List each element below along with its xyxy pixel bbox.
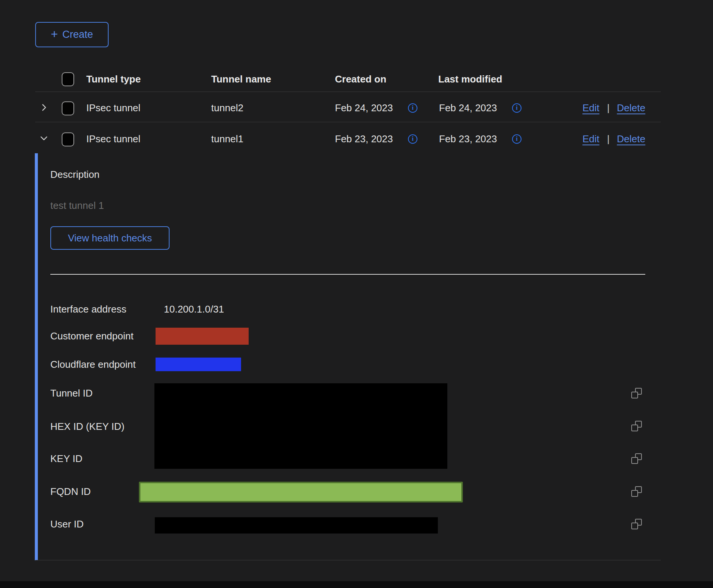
interface-address-value: 10.200.1.0/31	[164, 303, 224, 315]
view-health-checks-button[interactable]: View health checks	[50, 226, 170, 250]
copy-icon[interactable]	[631, 486, 642, 497]
created-on-cell: Feb 24, 2023	[335, 102, 393, 114]
header-divider	[35, 92, 661, 92]
action-separator: |	[607, 102, 610, 114]
tunnels-page: + Create Tunnel type Tunnel name Created…	[0, 0, 713, 588]
cloudflare-endpoint-label: Cloudflare endpoint	[50, 358, 136, 370]
create-button-label: Create	[62, 29, 93, 40]
column-header-created-on: Created on	[335, 73, 386, 85]
chevron-down-icon[interactable]	[39, 133, 49, 143]
tunnel-name-cell: tunnel2	[211, 102, 243, 114]
tunnel-type-cell: IPsec tunnel	[86, 102, 140, 114]
create-button[interactable]: + Create	[35, 22, 109, 47]
row-divider	[35, 122, 661, 122]
tunnel-type-cell: IPsec tunnel	[86, 133, 140, 145]
delete-link[interactable]: Delete	[617, 102, 645, 114]
select-all-checkbox[interactable]	[62, 72, 74, 86]
customer-endpoint-label: Customer endpoint	[50, 330, 134, 342]
column-header-tunnel-name: Tunnel name	[211, 73, 271, 85]
tunnel-id-label: Tunnel ID	[50, 387, 93, 399]
view-health-checks-label: View health checks	[68, 232, 152, 244]
row-checkbox[interactable]	[62, 132, 74, 146]
tunnel-name-cell: tunnel1	[211, 133, 243, 145]
copy-icon[interactable]	[631, 421, 642, 431]
last-modified-cell: Feb 24, 2023	[439, 102, 497, 114]
cloudflare-endpoint-value-redacted	[156, 358, 241, 371]
ids-value-redacted	[154, 383, 447, 469]
user-id-value-redacted	[155, 517, 438, 534]
key-id-label: KEY ID	[50, 453, 83, 465]
column-header-last-modified: Last modified	[438, 73, 502, 85]
panel-bottom-divider	[35, 560, 661, 560]
last-modified-info-icon[interactable]: i	[512, 134, 522, 144]
copy-icon[interactable]	[631, 388, 642, 398]
row-checkbox[interactable]	[62, 101, 74, 115]
customer-endpoint-value-redacted	[156, 328, 249, 345]
last-modified-info-icon[interactable]: i	[512, 103, 522, 113]
plus-icon: +	[51, 29, 58, 39]
description-label: Description	[50, 168, 100, 180]
created-on-info-icon[interactable]: i	[408, 103, 417, 113]
panel-divider	[50, 274, 645, 275]
description-value: test tunnel 1	[50, 199, 104, 212]
edit-link[interactable]: Edit	[582, 102, 599, 114]
user-id-label: User ID	[50, 518, 84, 530]
column-header-tunnel-type: Tunnel type	[86, 73, 141, 85]
fqdn-id-value-redacted	[139, 482, 463, 502]
hex-id-label: HEX ID (KEY ID)	[50, 420, 125, 432]
copy-icon[interactable]	[631, 453, 642, 464]
interface-address-label: Interface address	[50, 303, 126, 315]
window-bottom-edge	[0, 581, 713, 588]
action-separator: |	[607, 133, 610, 145]
created-on-info-icon[interactable]: i	[408, 134, 417, 144]
chevron-right-icon[interactable]	[39, 103, 49, 112]
expanded-row-accent-bar	[35, 153, 38, 560]
edit-link[interactable]: Edit	[582, 133, 599, 145]
fqdn-id-label: FQDN ID	[50, 485, 91, 498]
last-modified-cell: Feb 23, 2023	[439, 133, 497, 145]
copy-icon[interactable]	[631, 519, 642, 529]
created-on-cell: Feb 23, 2023	[335, 133, 393, 145]
delete-link[interactable]: Delete	[617, 133, 645, 145]
